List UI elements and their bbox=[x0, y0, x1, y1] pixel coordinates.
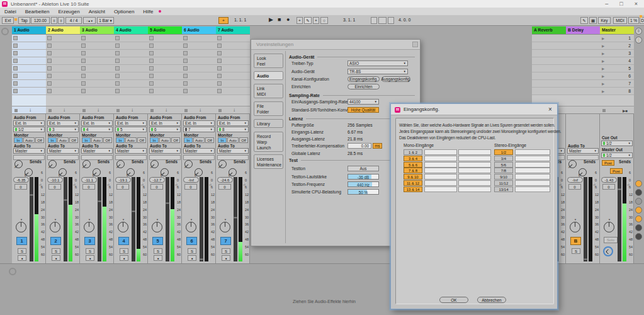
capture-midi-button[interactable]: + bbox=[313, 17, 319, 24]
monitor-in-button[interactable]: In bbox=[150, 137, 159, 143]
monitor-auto-button[interactable]: Auto bbox=[227, 137, 239, 143]
input-type-dropdown[interactable]: Ext. In▼ bbox=[183, 120, 215, 126]
monitor-in-button[interactable]: In bbox=[82, 137, 91, 143]
draw-mode-button[interactable]: ✎ bbox=[304, 17, 312, 24]
clip-slot[interactable] bbox=[114, 88, 148, 95]
nudge-down-button[interactable]: ||| bbox=[51, 17, 57, 24]
midi-map-button[interactable]: MIDI bbox=[613, 17, 627, 24]
scene-play-icon[interactable]: ▶ bbox=[602, 89, 604, 93]
monitor-auto-button[interactable]: Auto bbox=[159, 137, 171, 143]
mono-input-name-field[interactable] bbox=[424, 186, 457, 192]
mono-input-toggle-6[interactable]: 11 & 12 bbox=[404, 180, 422, 186]
arm-record-button[interactable]: ● bbox=[154, 255, 162, 261]
clip-slot[interactable] bbox=[216, 88, 250, 95]
solo-button[interactable]: S bbox=[120, 248, 128, 254]
stop-all-clips-icon[interactable] bbox=[48, 109, 52, 112]
stop-all-clips-icon[interactable] bbox=[14, 109, 18, 112]
clip-stop-button[interactable] bbox=[149, 59, 154, 63]
volume-fader[interactable] bbox=[234, 177, 237, 261]
hardware-setup-button[interactable]: Einrichten bbox=[347, 84, 380, 89]
arm-record-button[interactable]: ● bbox=[120, 255, 128, 261]
input-channel-dropdown[interactable]: 7▼ bbox=[183, 127, 215, 132]
clip-slot[interactable] bbox=[80, 57, 114, 65]
stop-all-clips-icon[interactable] bbox=[184, 109, 188, 112]
solo-button[interactable]: S bbox=[86, 248, 94, 254]
stop-all-clips-icon[interactable] bbox=[602, 109, 606, 112]
clip-slot[interactable] bbox=[148, 80, 182, 88]
monitor-in-button[interactable]: In bbox=[48, 137, 57, 143]
send-b-knob[interactable]: B bbox=[25, 168, 33, 176]
clip-stop-button[interactable] bbox=[13, 74, 18, 78]
pan-output-value[interactable]: 0 bbox=[602, 184, 615, 190]
send-b-knob[interactable]: B bbox=[127, 168, 135, 176]
clip-stop-button[interactable] bbox=[217, 66, 222, 71]
volume-value[interactable]: -1.43 bbox=[601, 177, 617, 183]
scene-slot[interactable]: ▶3 bbox=[600, 50, 634, 57]
monitor-off-button[interactable]: Off bbox=[171, 137, 180, 143]
clip-slot[interactable] bbox=[114, 80, 148, 88]
stop-all-clips-icon[interactable] bbox=[218, 109, 222, 112]
mono-input-name-field[interactable] bbox=[424, 156, 457, 161]
clip-slot[interactable] bbox=[148, 72, 182, 80]
clip-stop-button[interactable] bbox=[149, 36, 154, 40]
preferences-close-icon[interactable] bbox=[412, 42, 418, 47]
mono-input-toggle-7[interactable]: 13 & 14 bbox=[404, 186, 422, 192]
clip-stop-button[interactable] bbox=[115, 43, 120, 48]
ok-button[interactable]: OK bbox=[439, 297, 468, 303]
arm-record-button[interactable]: ● bbox=[18, 255, 26, 261]
monitor-off-button[interactable]: Off bbox=[35, 137, 44, 143]
track-header[interactable]: 6 Audio bbox=[182, 26, 216, 35]
monitor-off-button[interactable]: Off bbox=[103, 137, 112, 143]
sr-conversion-toggle[interactable]: Hohe Qualität bbox=[347, 107, 379, 113]
volume-fader[interactable] bbox=[30, 177, 33, 261]
output-config-button[interactable]: Ausgangskonfig. bbox=[381, 76, 410, 82]
return-track-header[interactable]: A Reverb bbox=[532, 26, 566, 35]
send-b-knob[interactable]: B bbox=[59, 168, 67, 176]
mono-input-toggle-4[interactable]: 7 & 8 bbox=[404, 168, 422, 173]
stereo-input-toggle-6[interactable]: 11/12 bbox=[494, 180, 513, 186]
menu-item-erzeugen[interactable]: Erzeugen bbox=[54, 9, 84, 14]
scene-play-icon[interactable]: ▶ bbox=[602, 44, 604, 48]
volume-value[interactable]: -Inf bbox=[183, 177, 199, 183]
monitor-in-button[interactable]: In bbox=[184, 137, 193, 143]
solo-button[interactable]: S bbox=[222, 248, 230, 254]
stop-button[interactable]: ■ bbox=[278, 16, 281, 23]
send-b-post-toggle[interactable]: Post bbox=[610, 168, 623, 174]
monitor-in-button[interactable]: In bbox=[14, 137, 23, 143]
stereo-input-toggle-4[interactable]: 7/8 bbox=[494, 168, 513, 173]
stop-all-clips-icon[interactable] bbox=[150, 109, 154, 112]
prefs-slider-testton-frequenz[interactable]: 440 Hz bbox=[347, 181, 379, 187]
stereo-input-name-field[interactable] bbox=[515, 180, 550, 186]
clip-slot[interactable] bbox=[80, 35, 114, 42]
clip-stop-button[interactable] bbox=[149, 51, 154, 55]
mixer-section-toggle-icon[interactable] bbox=[635, 207, 642, 214]
clip-slot[interactable] bbox=[12, 80, 46, 88]
clip-stop-button[interactable] bbox=[81, 81, 86, 86]
solo-button[interactable]: S bbox=[572, 248, 580, 254]
clip-slot[interactable] bbox=[182, 42, 216, 50]
stop-all-clips-icon[interactable] bbox=[116, 109, 120, 112]
clip-stop-button[interactable] bbox=[81, 36, 86, 40]
clip-stop-button[interactable] bbox=[81, 43, 86, 48]
clip-stop-button[interactable] bbox=[115, 74, 120, 78]
clip-slot[interactable] bbox=[46, 65, 80, 72]
volume-fader[interactable] bbox=[618, 177, 621, 261]
track-header[interactable]: 1 Audio bbox=[12, 26, 46, 35]
track-header[interactable]: 2 Audio bbox=[46, 26, 80, 35]
clip-stop-button[interactable] bbox=[81, 51, 86, 55]
clip-slot[interactable] bbox=[46, 50, 80, 57]
clip-stop-button[interactable] bbox=[13, 89, 18, 93]
clip-slot[interactable] bbox=[148, 42, 182, 50]
session-record-button[interactable]: ○ bbox=[320, 17, 328, 24]
volume-fader[interactable] bbox=[98, 177, 101, 261]
clip-slot[interactable] bbox=[114, 65, 148, 72]
clip-slot[interactable] bbox=[12, 50, 46, 57]
send-a-knob[interactable]: A bbox=[568, 160, 577, 168]
output-dropdown[interactable]: Master▼ bbox=[115, 148, 147, 154]
clip-slot[interactable] bbox=[80, 50, 114, 57]
send-b-knob[interactable]: B bbox=[229, 168, 237, 176]
send-a-knob[interactable]: A bbox=[116, 160, 125, 168]
preview-cue-button[interactable] bbox=[603, 246, 613, 256]
pan-knob[interactable] bbox=[570, 222, 580, 232]
ms-unit-toggle[interactable]: ms bbox=[373, 143, 382, 149]
